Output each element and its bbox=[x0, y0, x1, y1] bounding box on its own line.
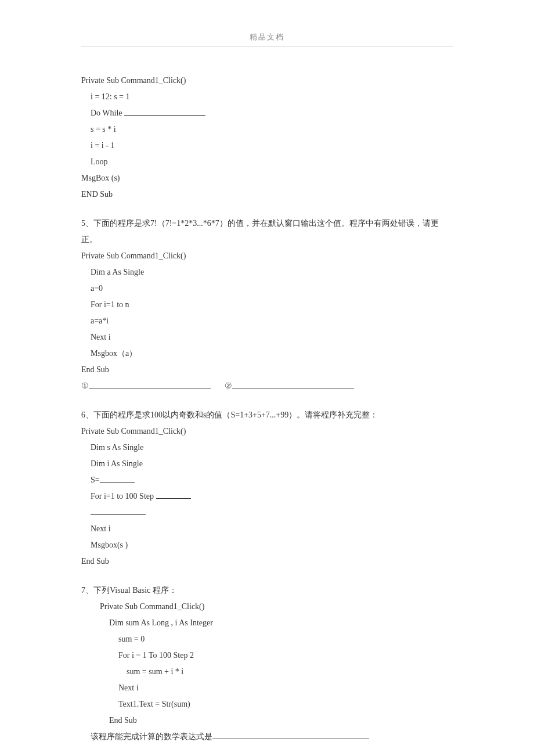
code-line: Next i bbox=[81, 329, 453, 345]
code-line: Msgbox（a） bbox=[81, 345, 453, 362]
code-line: End Sub bbox=[81, 362, 453, 378]
code-line: For i=1 to n bbox=[81, 297, 453, 313]
code-line: MsgBox (s) bbox=[81, 170, 453, 186]
question-intro: 7、下列Visual Basic 程序： bbox=[81, 582, 453, 599]
fill-blank bbox=[100, 474, 135, 483]
header-divider bbox=[81, 46, 453, 46]
fill-blank bbox=[91, 507, 146, 515]
fill-blank bbox=[89, 380, 211, 388]
code-line: sum = 0 bbox=[81, 631, 453, 647]
question-intro: 5、下面的程序是求7!（7!=1*2*3...*6*7）的值，并在默认窗口输出这… bbox=[81, 215, 453, 248]
code-line: Private Sub Command1_Click() bbox=[81, 73, 453, 89]
code-line: i = i - 1 bbox=[81, 138, 453, 154]
answer-blank-1: ① bbox=[81, 378, 211, 394]
code-line: a=0 bbox=[81, 280, 453, 297]
circled-number-1: ① bbox=[81, 378, 89, 394]
question-text: 该程序能完成计算的数学表达式是 bbox=[81, 729, 453, 745]
fill-blank bbox=[212, 731, 369, 739]
code-block-1: Private Sub Command1_Click() i = 12: s =… bbox=[81, 73, 453, 203]
fill-blank bbox=[124, 107, 205, 116]
code-line: Text1.Text = Str(sum) bbox=[81, 696, 453, 712]
code-line: For i = 1 To 100 Step 2 bbox=[81, 647, 453, 664]
code-line: End Sub bbox=[81, 712, 453, 729]
code-line bbox=[81, 505, 453, 521]
answer-blanks-row: ① ② bbox=[81, 378, 453, 394]
question-prompt: 该程序能完成计算的数学表达式是 bbox=[91, 732, 212, 741]
code-line: s = s * i bbox=[81, 121, 453, 138]
code-line: Private Sub Command1_Click() bbox=[81, 599, 453, 615]
code-line: Private Sub Command1_Click() bbox=[81, 423, 453, 440]
code-line: Dim s As Single bbox=[81, 440, 453, 456]
code-line: S= bbox=[81, 472, 453, 488]
document-page: 精品文档 Private Sub Command1_Click() i = 12… bbox=[0, 0, 534, 756]
code-line: a=a*i bbox=[81, 313, 453, 329]
code-line: Dim sum As Long , i As Integer bbox=[81, 615, 453, 631]
code-line: Next i bbox=[81, 521, 453, 537]
code-line: sum = sum + i * i bbox=[81, 664, 453, 680]
question-6: 6、下面的程序是求100以内奇数和s的值（S=1+3+5+7...+99）。请将… bbox=[81, 407, 453, 570]
code-text: Do While bbox=[91, 109, 124, 117]
code-line: Dim i As Single bbox=[81, 456, 453, 472]
code-line: END Sub bbox=[81, 186, 453, 203]
code-line: Loop bbox=[81, 154, 453, 170]
code-line: Do While bbox=[81, 105, 453, 121]
document-content: Private Sub Command1_Click() i = 12: s =… bbox=[81, 73, 453, 745]
answer-blank-2: ② bbox=[225, 378, 354, 394]
header-title: 精品文档 bbox=[81, 32, 453, 46]
question-intro: 6、下面的程序是求100以内奇数和s的值（S=1+3+5+7...+99）。请将… bbox=[81, 407, 453, 423]
code-line: For i=1 to 100 Step bbox=[81, 488, 453, 505]
code-line: Msgbox(s ) bbox=[81, 537, 453, 553]
fill-blank bbox=[156, 491, 191, 499]
code-line: Dim a As Single bbox=[81, 264, 453, 280]
code-line: Private Sub Command1_Click() bbox=[81, 248, 453, 264]
circled-number-2: ② bbox=[225, 378, 232, 394]
code-text: For i=1 to 100 Step bbox=[91, 492, 156, 501]
code-line: Next i bbox=[81, 680, 453, 696]
question-7: 7、下列Visual Basic 程序： Private Sub Command… bbox=[81, 582, 453, 745]
code-line: End Sub bbox=[81, 553, 453, 570]
fill-blank bbox=[232, 380, 354, 388]
code-line: i = 12: s = 1 bbox=[81, 89, 453, 105]
code-text: S= bbox=[91, 476, 100, 484]
question-5: 5、下面的程序是求7!（7!=1*2*3...*6*7）的值，并在默认窗口输出这… bbox=[81, 215, 453, 394]
